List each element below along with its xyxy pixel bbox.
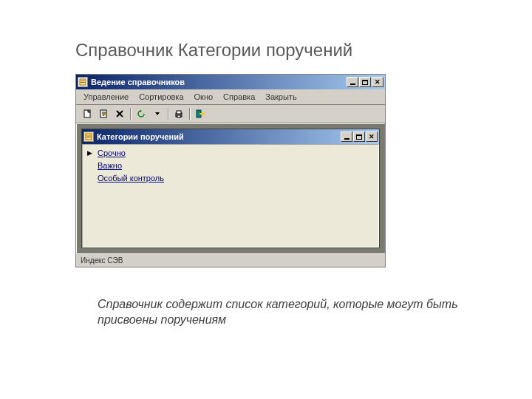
minimize-button[interactable] [347, 77, 358, 87]
svg-rect-1 [81, 81, 85, 81]
maximize-button[interactable] [359, 77, 371, 87]
print-icon[interactable] [171, 106, 187, 121]
separator [168, 108, 168, 120]
svg-rect-2 [81, 82, 85, 83]
toolbar [76, 105, 385, 123]
close-button[interactable]: ✕ [372, 77, 383, 87]
list-item[interactable]: ▶ Срочно [84, 146, 377, 159]
minimize-button[interactable] [341, 132, 352, 142]
app-icon [78, 77, 88, 87]
menu-item[interactable]: Окно [190, 91, 218, 103]
menu-item[interactable]: Управление [79, 91, 133, 103]
svg-rect-13 [86, 134, 92, 140]
maximize-button[interactable] [353, 132, 365, 142]
category-label[interactable]: Важно [95, 161, 122, 170]
mdi-area: Категории поручений ✕ ▶ Срочно Важно [76, 123, 385, 253]
category-label[interactable]: Особый контроль [95, 174, 164, 183]
separator [189, 108, 190, 120]
inner-titlebar: Категории поручений ✕ [82, 129, 379, 144]
description-text: Справочник содержит список категорий, ко… [0, 267, 532, 328]
delete-icon[interactable] [112, 106, 128, 121]
dictionary-icon [83, 132, 94, 142]
titlebar: Ведение справочников ✕ [76, 75, 385, 89]
outer-window: Ведение справочников ✕ Управление Сортир… [75, 74, 386, 267]
menu-item[interactable]: Справка [219, 91, 259, 103]
list-item[interactable]: Особый контроль [84, 171, 377, 184]
page-title: Справочник Категории поручений [0, 0, 532, 74]
current-row-indicator-icon: ▶ [84, 149, 95, 157]
list-item[interactable]: Важно [84, 159, 377, 171]
edit-icon[interactable] [95, 106, 112, 121]
exit-icon[interactable] [192, 106, 208, 121]
down-arrow-icon[interactable] [149, 106, 166, 121]
menu-bar: Управление Сортировка Окно Справка Закры… [76, 89, 385, 105]
status-text: Индекс СЭВ [81, 256, 123, 265]
svg-rect-10 [177, 111, 181, 114]
window-controls: ✕ [347, 77, 383, 87]
new-file-icon[interactable] [79, 106, 95, 121]
category-label[interactable]: Срочно [95, 149, 126, 157]
inner-window-controls: ✕ [341, 132, 378, 142]
window-title: Ведение справочников [91, 78, 185, 86]
menu-item[interactable]: Сортировка [134, 91, 188, 103]
refresh-icon[interactable] [133, 106, 149, 121]
inner-window: Категории поручений ✕ ▶ Срочно Важно [81, 129, 380, 248]
menu-item[interactable]: Закрыть [261, 91, 301, 103]
category-list: ▶ Срочно Важно Особый контроль [82, 144, 379, 248]
close-button[interactable]: ✕ [366, 132, 378, 142]
status-bar: Индекс СЭВ [76, 253, 385, 267]
svg-rect-11 [177, 115, 180, 117]
inner-window-title: Категории поручений [97, 132, 184, 141]
separator [130, 108, 131, 120]
